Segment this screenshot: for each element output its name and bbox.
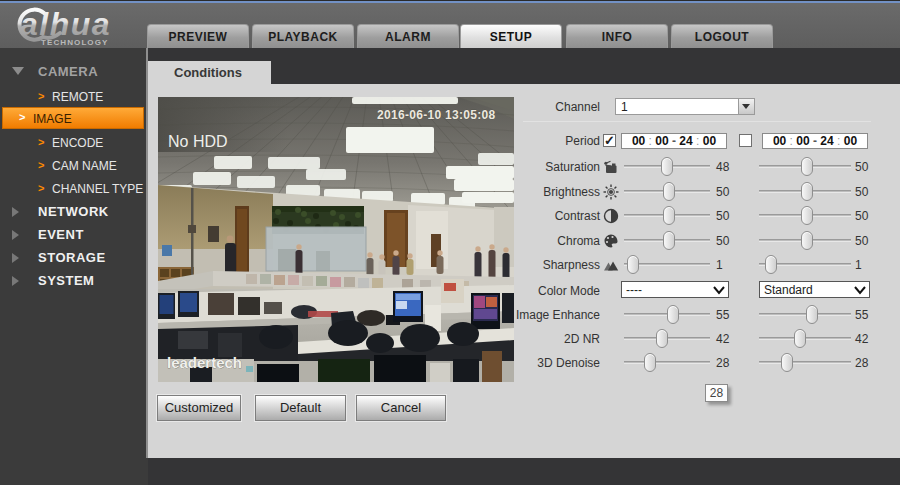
svg-text:alhua: alhua <box>20 6 111 42</box>
svg-text:2016-06-10 13:05:08: 2016-06-10 13:05:08 <box>377 108 495 122</box>
svg-text:No HDD: No HDD <box>168 133 228 150</box>
svg-text:leadertech: leadertech <box>167 354 242 371</box>
svg-text:TECHNOLOGY: TECHNOLOGY <box>41 38 108 47</box>
